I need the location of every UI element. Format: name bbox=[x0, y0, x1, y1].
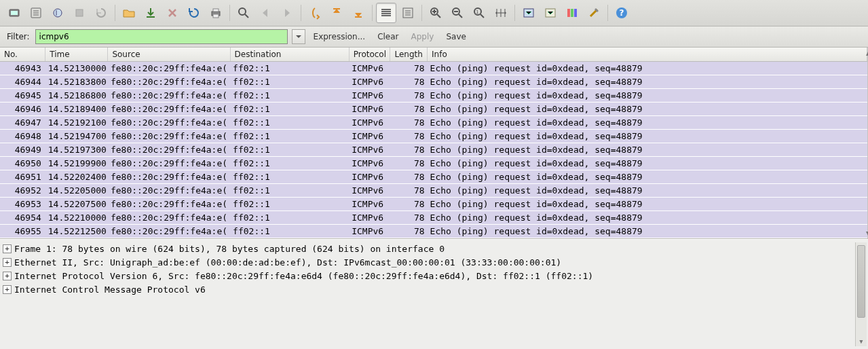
details-tree-item[interactable]: +Internet Control Message Protocol v6 bbox=[1, 283, 855, 297]
svg-text:?: ? bbox=[620, 8, 624, 18]
go-to-icon[interactable] bbox=[305, 3, 325, 23]
packet-row[interactable]: 4694614.52189400(fe80::20c:29ff:fe4a:e(f… bbox=[0, 102, 867, 115]
scroll-thumb[interactable] bbox=[857, 245, 865, 318]
go-first-icon[interactable] bbox=[326, 3, 347, 23]
capture-filters-icon[interactable] bbox=[518, 3, 539, 23]
svg-rect-20 bbox=[571, 9, 573, 17]
list-interfaces-icon[interactable] bbox=[4, 3, 24, 23]
reload-icon[interactable] bbox=[184, 3, 204, 23]
go-forward-icon[interactable] bbox=[277, 3, 297, 23]
packet-row[interactable]: 4695314.52207500(fe80::20c:29ff:fe4a:e(f… bbox=[0, 197, 867, 210]
tree-expander-icon[interactable]: + bbox=[3, 244, 12, 253]
cell-length: 78 bbox=[390, 61, 428, 75]
column-header-length[interactable]: Length bbox=[390, 48, 428, 61]
packet-row[interactable]: 4694814.52194700(fe80::20c:29ff:fe4a:e(f… bbox=[0, 129, 867, 143]
toolbar-separator bbox=[514, 5, 515, 21]
zoom-out-icon[interactable] bbox=[447, 3, 468, 23]
column-header-time[interactable]: Time bbox=[45, 48, 108, 61]
packet-row[interactable]: 4694714.52192100(fe80::20c:29ff:fe4a:e(f… bbox=[0, 115, 867, 129]
cell-source: fe80::20c:29ff:fe4a:e( bbox=[108, 224, 230, 238]
cell-length: 78 bbox=[390, 102, 428, 115]
cell-info: Echo (ping) request id=0xdead, seq=48879 bbox=[428, 183, 867, 197]
cell-no: 46944 bbox=[0, 75, 45, 88]
packet-row[interactable]: 4695214.52205000(fe80::20c:29ff:fe4a:e(f… bbox=[0, 183, 867, 197]
find-icon[interactable] bbox=[233, 3, 254, 23]
prefs-icon[interactable] bbox=[584, 3, 604, 23]
cell-length: 78 bbox=[390, 156, 428, 170]
column-header-source[interactable]: Source bbox=[108, 48, 230, 61]
packet-list-pane: No.TimeSourceDestinationProtocolLengthIn… bbox=[0, 48, 868, 239]
filter-dropdown-button[interactable] bbox=[292, 29, 305, 44]
cell-destination: ff02::1 bbox=[230, 88, 349, 102]
svg-rect-7 bbox=[213, 9, 219, 12]
cell-time: 14.52186800( bbox=[45, 88, 108, 102]
packet-row[interactable]: 4695514.52212500(fe80::20c:29ff:fe4a:e(f… bbox=[0, 224, 867, 238]
cell-info: Echo (ping) request id=0xdead, seq=48879 bbox=[428, 88, 867, 102]
scroll-down-icon[interactable]: ▾ bbox=[856, 335, 867, 346]
close-file-icon[interactable] bbox=[162, 3, 183, 23]
cell-source: fe80::20c:29ff:fe4a:e( bbox=[108, 143, 230, 156]
cell-source: fe80::20c:29ff:fe4a:e( bbox=[108, 88, 230, 102]
open-file-icon[interactable] bbox=[119, 3, 139, 23]
help-icon[interactable]: ? bbox=[611, 3, 632, 23]
toolbar-separator bbox=[421, 5, 422, 21]
packet-row[interactable]: 4694314.52130000(fe80::20c:29ff:fe4a:e(f… bbox=[0, 61, 867, 75]
packet-row[interactable]: 4694514.52186800(fe80::20c:29ff:fe4a:e(f… bbox=[0, 88, 867, 102]
tree-expander-icon[interactable]: + bbox=[3, 285, 12, 294]
cell-source: fe80::20c:29ff:fe4a:e( bbox=[108, 115, 230, 129]
go-last-icon[interactable] bbox=[348, 3, 369, 23]
coloring-rules-icon[interactable] bbox=[562, 3, 582, 23]
resize-cols-icon[interactable] bbox=[491, 3, 511, 23]
packet-row[interactable]: 4695414.52210000(fe80::20c:29ff:fe4a:e(f… bbox=[0, 210, 867, 224]
zoom-in-icon[interactable] bbox=[426, 3, 446, 23]
tree-expander-icon[interactable]: + bbox=[3, 272, 12, 280]
options-icon[interactable] bbox=[26, 3, 46, 23]
start-capture-icon[interactable] bbox=[48, 3, 68, 23]
cell-source: fe80::20c:29ff:fe4a:e( bbox=[108, 170, 230, 183]
cell-source: fe80::20c:29ff:fe4a:e( bbox=[108, 197, 230, 210]
cell-length: 78 bbox=[390, 170, 428, 183]
stop-capture-icon[interactable] bbox=[69, 3, 90, 23]
cell-time: 14.52130000( bbox=[45, 61, 108, 75]
cell-time: 14.52183800( bbox=[45, 75, 108, 88]
restart-capture-icon[interactable] bbox=[91, 3, 111, 23]
tree-expander-icon[interactable]: + bbox=[3, 258, 12, 267]
details-tree-item[interactable]: +Internet Protocol Version 6, Src: fe80:… bbox=[1, 270, 855, 283]
autoscroll-icon[interactable] bbox=[398, 3, 418, 23]
save-file-icon[interactable] bbox=[140, 3, 161, 23]
zoom-reset-icon[interactable]: 1 bbox=[469, 3, 489, 23]
clear-filter-button[interactable]: Clear bbox=[373, 31, 402, 43]
column-header-destination[interactable]: Destination bbox=[230, 48, 349, 61]
cell-no: 46955 bbox=[0, 224, 45, 238]
packet-row[interactable]: 4695014.52199900(fe80::20c:29ff:fe4a:e(f… bbox=[0, 156, 867, 170]
details-tree-item[interactable]: +Frame 1: 78 bytes on wire (624 bits), 7… bbox=[1, 242, 855, 256]
display-filters-icon[interactable] bbox=[540, 3, 561, 23]
cell-length: 78 bbox=[390, 224, 428, 238]
tree-item-label: Internet Control Message Protocol v6 bbox=[14, 284, 206, 295]
packet-row[interactable]: 4694414.52183800(fe80::20c:29ff:fe4a:e(f… bbox=[0, 75, 867, 88]
details-scrollbar[interactable]: ▴ ▾ bbox=[855, 242, 867, 347]
packet-row[interactable]: 4695114.52202400(fe80::20c:29ff:fe4a:e(f… bbox=[0, 170, 867, 183]
column-header-no[interactable]: No. bbox=[0, 48, 45, 61]
column-header-protocol[interactable]: Protocol bbox=[349, 48, 390, 61]
svg-rect-5 bbox=[147, 16, 155, 18]
packet-row[interactable]: 4694914.52197300(fe80::20c:29ff:fe4a:e(f… bbox=[0, 143, 867, 156]
details-tree-item[interactable]: +Ethernet II, Src: Unigraph_ad:be:ef (00… bbox=[1, 256, 855, 270]
toolbar-separator bbox=[301, 5, 301, 21]
colorize-icon[interactable] bbox=[376, 3, 396, 23]
cell-no: 46948 bbox=[0, 129, 45, 143]
filter-input[interactable] bbox=[35, 29, 288, 44]
go-back-icon[interactable] bbox=[255, 3, 276, 23]
apply-filter-button[interactable]: Apply bbox=[407, 31, 438, 43]
cell-source: fe80::20c:29ff:fe4a:e( bbox=[108, 156, 230, 170]
expression-button[interactable]: Expression... bbox=[309, 31, 370, 43]
cell-source: fe80::20c:29ff:fe4a:e( bbox=[108, 102, 230, 115]
cell-no: 46947 bbox=[0, 115, 45, 129]
svg-text:1: 1 bbox=[476, 10, 478, 15]
cell-protocol: ICMPv6 bbox=[349, 115, 390, 129]
column-header-info[interactable]: Info bbox=[428, 48, 867, 61]
cell-time: 14.52212500( bbox=[45, 224, 108, 238]
save-filter-button[interactable]: Save bbox=[442, 31, 470, 43]
print-icon[interactable] bbox=[206, 3, 226, 23]
cell-source: fe80::20c:29ff:fe4a:e( bbox=[108, 183, 230, 197]
